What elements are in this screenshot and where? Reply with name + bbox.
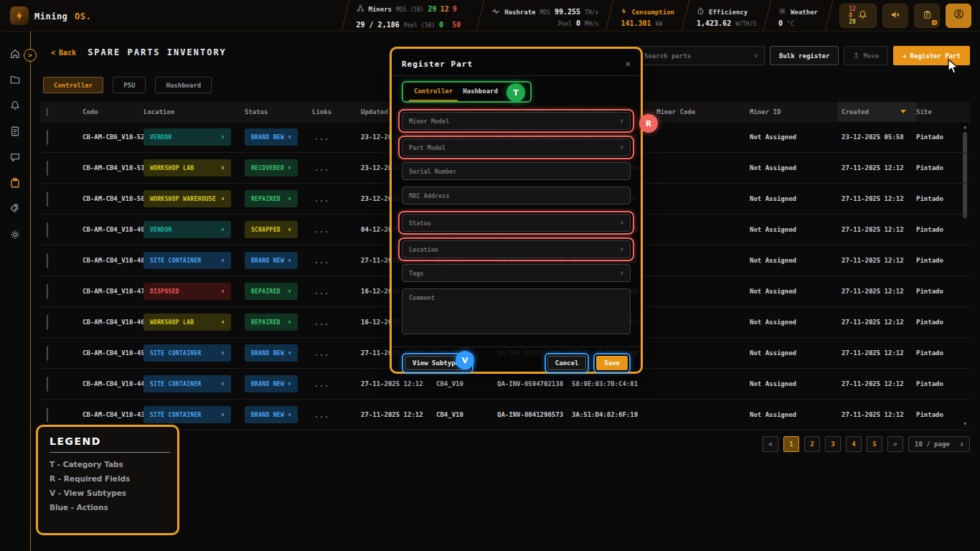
notifications-button[interactable]: 12829 — [839, 4, 877, 28]
search-parts-input[interactable]: Search parts ∨ — [637, 46, 765, 65]
table-row: CB-AM-CB4_V10-43SITE CONTAINER∨BRAND NEW… — [40, 400, 970, 430]
miners-mos-value: 9 — [453, 5, 457, 13]
part-model-field[interactable]: Part Model∨ — [402, 138, 631, 156]
created-date: 27-11-2025 12:12 — [838, 164, 916, 171]
tab-hashboard[interactable]: Hashboard — [155, 77, 212, 93]
site-name: Pintado — [916, 226, 970, 233]
links-more-button[interactable]: ... — [312, 319, 361, 326]
location-select[interactable]: SITE CONTAINER∨ — [143, 344, 231, 362]
status-select[interactable]: BRAND NEW∨ — [245, 128, 298, 146]
row-checkbox[interactable] — [47, 315, 48, 330]
tab-psu[interactable]: PSU — [113, 77, 146, 93]
location-select[interactable]: VENDOR∨ — [143, 221, 231, 238]
status-select[interactable]: REPAIRED∨ — [245, 314, 298, 331]
status-select[interactable]: SCRAPPED∨ — [245, 221, 298, 238]
page-button-4[interactable]: 4 — [846, 436, 862, 452]
legend-item: Blue - Actions — [50, 503, 166, 512]
save-button[interactable]: Save — [596, 356, 628, 370]
account-button[interactable] — [946, 4, 971, 28]
sidebar-item-folders[interactable] — [6, 70, 24, 89]
back-button[interactable]: < Back — [51, 49, 76, 57]
select-all-checkbox[interactable] — [47, 108, 48, 116]
row-checkbox[interactable] — [47, 408, 48, 423]
tab-controller[interactable]: Controller — [43, 77, 103, 93]
miner-model-field[interactable]: Miner Model∨ — [402, 112, 631, 130]
page-size-select[interactable]: 10 / page∨ — [908, 436, 970, 452]
links-more-button[interactable]: ... — [312, 226, 361, 234]
row-select-cell — [40, 347, 72, 360]
row-checkbox[interactable] — [47, 130, 48, 145]
status-select[interactable]: BRAND NEW∨ — [245, 375, 298, 392]
row-checkbox[interactable] — [47, 346, 48, 361]
register-part-button[interactable]: + Register Part — [893, 46, 970, 65]
status-select[interactable]: REPAIRED∨ — [245, 190, 298, 207]
links-more-button[interactable]: ... — [312, 349, 361, 357]
column-header-created-sorted[interactable]: Created — [838, 102, 916, 121]
status-select[interactable]: REPAIRED∨ — [245, 283, 298, 300]
location-select[interactable]: DISPOSED∨ — [143, 283, 231, 300]
page-button-3[interactable]: 3 — [825, 436, 841, 452]
page-button-1[interactable]: 1 — [783, 436, 799, 452]
cancel-button[interactable]: Cancel — [547, 356, 587, 370]
location-field[interactable]: Location∨ — [402, 240, 631, 258]
row-checkbox[interactable] — [47, 192, 48, 207]
prev-page-button[interactable]: < — [763, 436, 778, 452]
notification-count: 12 — [849, 6, 856, 12]
status-value: REPAIRED — [251, 288, 281, 295]
links-more-button[interactable]: ... — [312, 411, 361, 419]
bulk-register-button[interactable]: Bulk register — [770, 46, 839, 65]
close-icon[interactable]: × — [626, 59, 631, 69]
comment-field[interactable]: Comment — [402, 288, 631, 334]
status-select[interactable]: BRAND NEW∨ — [245, 406, 298, 423]
modal-tab-controller[interactable]: Controller — [409, 83, 458, 101]
links-more-button[interactable]: ... — [312, 288, 361, 296]
links-more-button[interactable]: ... — [312, 257, 361, 265]
location-value: WORKSHOP LAB — [150, 165, 194, 171]
page-button-5[interactable]: 5 — [867, 436, 882, 452]
mac-address-field[interactable]: MAC Address — [402, 187, 631, 204]
serial-number-field[interactable]: Serial Number — [402, 162, 631, 180]
sidebar-item-inventory[interactable] — [6, 174, 24, 192]
mute-button[interactable] — [882, 4, 908, 28]
row-checkbox[interactable] — [47, 284, 48, 299]
location-select[interactable]: SITE CONTAINER∨ — [143, 252, 231, 269]
links-more-button[interactable]: ... — [312, 164, 361, 172]
tags-field[interactable]: Tags∨ — [402, 264, 631, 282]
links-more-button[interactable]: ... — [312, 195, 361, 203]
sidebar-item-documents[interactable] — [6, 122, 24, 141]
links-more-button[interactable]: ... — [312, 380, 361, 388]
status-select[interactable]: RECOVERED∨ — [245, 159, 298, 176]
location-select[interactable]: WORKSHOP LAB∨ — [143, 159, 231, 176]
status-field[interactable]: Status∨ — [402, 214, 631, 232]
chevron-down-icon: ∨ — [221, 350, 225, 356]
row-checkbox[interactable] — [47, 377, 48, 392]
move-button[interactable]: Move — [844, 46, 888, 65]
reports-button[interactable]: 8 — [914, 4, 940, 28]
page-button-2[interactable]: 2 — [804, 436, 820, 452]
row-checkbox[interactable] — [47, 161, 48, 176]
sidebar-item-messages[interactable] — [6, 148, 24, 166]
sidebar-item-home[interactable] — [6, 44, 24, 63]
status-select[interactable]: BRAND NEW∨ — [245, 252, 298, 269]
location-select[interactable]: VENDOR∨ — [143, 128, 231, 146]
part-code: CB-AM-CB4_V10-44 — [72, 380, 143, 387]
location-select[interactable]: WORKSHOP WAREHOUSE∨ — [143, 190, 231, 207]
location-select[interactable]: SITE CONTAINER∨ — [143, 406, 231, 423]
sidebar-item-settings[interactable] — [6, 225, 24, 244]
sidebar-accent-line — [30, 32, 31, 551]
row-checkbox[interactable] — [47, 222, 48, 237]
miners-mos-value: 12 — [440, 5, 449, 13]
location-select[interactable]: SITE CONTAINER∨ — [143, 375, 231, 392]
sidebar-item-alerts[interactable] — [6, 96, 24, 115]
hashrate-icon — [491, 4, 500, 18]
created-date: 27-11-2025 12:12 — [838, 288, 916, 295]
save-annotation-box: Save — [593, 353, 631, 373]
location-select[interactable]: WORKSHOP LAB∨ — [143, 314, 231, 331]
modal-tab-hashboard[interactable]: Hashboard — [458, 83, 503, 101]
next-page-button[interactable]: > — [887, 436, 903, 452]
links-more-button[interactable]: ... — [312, 133, 361, 141]
status-select[interactable]: BRAND NEW∨ — [245, 344, 298, 362]
sidebar-toggle-button[interactable]: > — [24, 49, 37, 62]
sidebar-item-tags[interactable] — [6, 199, 24, 218]
row-checkbox[interactable] — [47, 253, 48, 268]
